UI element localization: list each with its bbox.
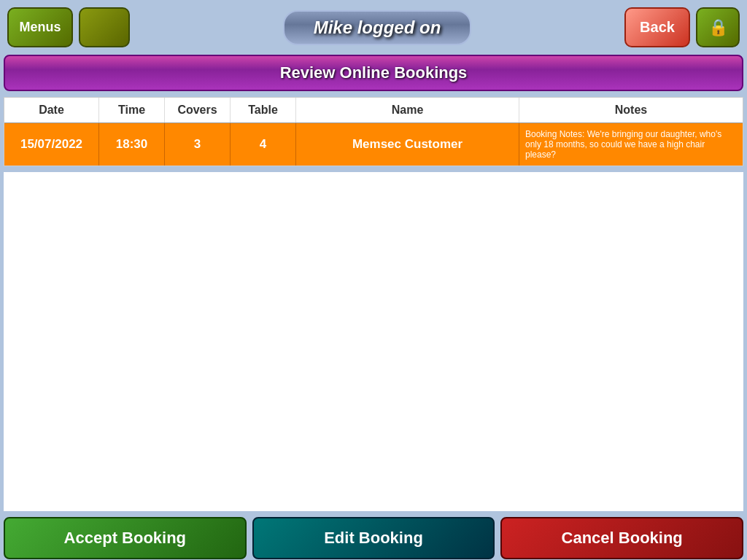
table-row[interactable]: 15/07/2022 18:30 3 4 Memsec Customer Boo… [4, 123, 743, 166]
col-name: Name [296, 98, 519, 122]
col-table: Table [231, 98, 296, 122]
title-banner: Mike logged on [283, 10, 472, 45]
menus-button[interactable]: Menus [7, 7, 73, 47]
accept-booking-button[interactable]: Accept Booking [4, 517, 247, 559]
cell-covers: 3 [165, 123, 231, 166]
title-area: Mike logged on [130, 10, 624, 45]
content-area [4, 172, 743, 511]
cell-date: 15/07/2022 [4, 123, 99, 166]
col-covers: Covers [165, 98, 231, 122]
top-bar: Menus Mike logged on Back 🔒 [0, 0, 747, 55]
bottom-buttons: Accept Booking Edit Booking Cancel Booki… [0, 511, 747, 560]
bookings-table: Date Time Covers Table Name Notes 15/07/… [4, 97, 743, 166]
cell-table: 4 [231, 123, 296, 166]
back-button[interactable]: Back [624, 7, 690, 47]
cell-name: Memsec Customer [296, 123, 519, 166]
table-header: Date Time Covers Table Name Notes [4, 98, 743, 123]
top-right-buttons: Back 🔒 [624, 7, 740, 47]
secondary-button[interactable] [79, 7, 130, 47]
edit-booking-button[interactable]: Edit Booking [252, 517, 495, 559]
cell-notes: Booking Notes: We're bringing our daught… [519, 123, 743, 166]
lock-icon: 🔒 [708, 18, 728, 37]
col-time: Time [99, 98, 165, 122]
cell-time: 18:30 [99, 123, 165, 166]
page-title: Review Online Bookings [280, 63, 468, 82]
col-date: Date [4, 98, 99, 122]
cancel-booking-button[interactable]: Cancel Booking [500, 517, 743, 559]
page-title-bar: Review Online Bookings [4, 55, 743, 91]
top-left-buttons: Menus [7, 7, 130, 47]
lock-button[interactable]: 🔒 [696, 7, 740, 47]
col-notes: Notes [519, 98, 743, 122]
logged-on-title: Mike logged on [314, 18, 441, 37]
